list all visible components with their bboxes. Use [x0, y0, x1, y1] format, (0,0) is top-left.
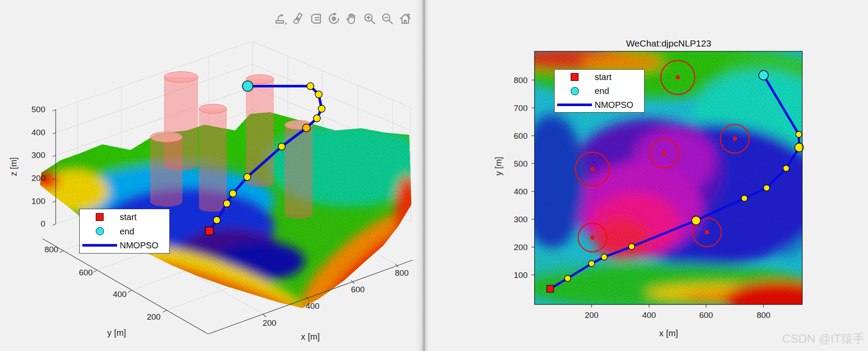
waypoint-marker [313, 115, 320, 122]
y-tick-label: 600 [79, 268, 93, 277]
y-tick-label: 500 [514, 159, 528, 168]
waypoint-marker [796, 131, 802, 137]
datatip-icon [309, 12, 323, 26]
waypoint-marker [589, 261, 595, 267]
x-tick-label: 400 [306, 301, 320, 311]
x-tick-label: 800 [757, 311, 770, 320]
x-tick-label: 600 [699, 311, 713, 320]
x-tick-label: 800 [395, 268, 409, 277]
legend-row-nmopso: NMOPSO [80, 239, 169, 252]
y-tick-label: 600 [514, 131, 528, 140]
plot-2d-map[interactable]: WeChat:djpcNLP123 [494, 38, 833, 338]
y-axis-label: y [m] [494, 157, 503, 175]
restore-view-button[interactable] [397, 10, 413, 28]
legend-label: NMOPSO [120, 241, 158, 250]
y-tick-label: 800 [44, 245, 58, 254]
plots-canvas[interactable]: 500 400 300 200 100 0 800 600 400 200 20… [0, 0, 868, 351]
figure-window: 500 400 300 200 100 0 800 600 400 200 20… [0, 0, 868, 351]
legend-label: end [120, 227, 134, 236]
legend-3d[interactable]: start end NMOPSO [79, 209, 170, 254]
waypoint-marker [303, 124, 310, 132]
pan-hand-icon [345, 12, 359, 26]
legend-row-start: start [555, 70, 644, 84]
start-marker-icon [571, 73, 579, 81]
z-tick-label: 200 [31, 174, 45, 183]
zoom-out-button[interactable] [380, 10, 395, 28]
waypoint-marker [629, 244, 635, 250]
y-axis-label: y [m] [107, 328, 126, 338]
waypoint-marker [307, 83, 314, 90]
y-tick-label: 700 [514, 104, 528, 113]
x-axis-label: x [m] [301, 332, 320, 341]
zoom-in-button[interactable] [362, 10, 377, 28]
z-tick-label: 300 [31, 150, 45, 160]
x-axis-label: x [m] [659, 328, 678, 338]
y-tick-label: 800 [514, 76, 528, 85]
start-marker [205, 227, 213, 235]
legend-2d[interactable]: start end NMOPSO [554, 69, 645, 113]
end-marker [759, 70, 768, 80]
legend-row-end: end [555, 84, 644, 97]
waypoint-marker [229, 190, 236, 197]
legend-row-nmopso: NMOPSO [555, 98, 644, 111]
waypoint-marker [601, 254, 607, 260]
brush-button[interactable] [290, 10, 306, 28]
waypoint-marker [223, 200, 230, 207]
watermark: CSDN @IT猿手 [782, 332, 865, 345]
waypoint-marker [783, 165, 789, 171]
legend-row-start: start [80, 211, 169, 224]
y-tick-label: 100 [514, 271, 528, 280]
y-tick-label: 400 [514, 187, 528, 196]
waypoint-marker [278, 143, 285, 150]
waypoint-marker [565, 275, 571, 281]
y-tick-label: 200 [147, 312, 161, 321]
zoom-out-icon [380, 12, 394, 26]
waypoint-marker [213, 217, 220, 224]
zoom-in-icon [363, 12, 377, 26]
data-tips-button[interactable] [308, 10, 324, 28]
z-axis-label: z [m] [9, 157, 18, 176]
legend-label: start [595, 73, 612, 81]
start-marker-icon [96, 213, 104, 221]
rotate-3d-icon [327, 12, 341, 26]
export-figure-button[interactable] [273, 10, 288, 28]
x-tick-label: 400 [642, 311, 656, 320]
path-line-icon [557, 104, 592, 106]
x-tick-label: 200 [585, 311, 599, 320]
legend-label: end [595, 87, 609, 95]
figure-toolbar [273, 10, 413, 28]
x-tick-label: 200 [262, 318, 276, 328]
brush-icon [291, 12, 305, 26]
x-tick-label: 600 [351, 285, 365, 294]
threat-cylinder [246, 75, 274, 187]
start-marker [547, 285, 554, 292]
path-line-icon [82, 244, 117, 247]
waypoint-marker [741, 195, 747, 201]
end-marker-icon [96, 227, 104, 235]
end-marker-icon [571, 87, 579, 95]
y-tick-label: 300 [514, 215, 528, 224]
z-tick-label: 500 [31, 105, 45, 114]
legend-row-end: end [80, 225, 169, 238]
z-tick-label: 0 [40, 219, 45, 228]
rotate-3d-button[interactable] [326, 10, 342, 28]
y-tick-label: 200 [514, 243, 528, 252]
waypoint-marker [764, 185, 770, 191]
plot-title: WeChat:djpcNLP123 [626, 38, 711, 48]
waypoint-marker [318, 105, 325, 112]
threat-cylinder [150, 132, 182, 207]
waypoint-marker [315, 91, 322, 98]
pan-button[interactable] [344, 10, 360, 28]
z-tick-label: 100 [31, 197, 45, 206]
waypoint-marker [692, 216, 700, 225]
y-tick-label: 400 [113, 290, 127, 299]
threat-cylinder [199, 104, 227, 212]
end-marker [242, 81, 253, 91]
legend-label: NMOPSO [595, 100, 633, 109]
home-icon [398, 12, 412, 26]
plot-3d[interactable]: 500 400 300 200 100 0 800 600 400 200 20… [9, 41, 435, 341]
z-tick-label: 400 [31, 128, 45, 137]
waypoint-marker [244, 174, 251, 181]
legend-label: start [120, 213, 137, 221]
export-icon [273, 12, 287, 26]
